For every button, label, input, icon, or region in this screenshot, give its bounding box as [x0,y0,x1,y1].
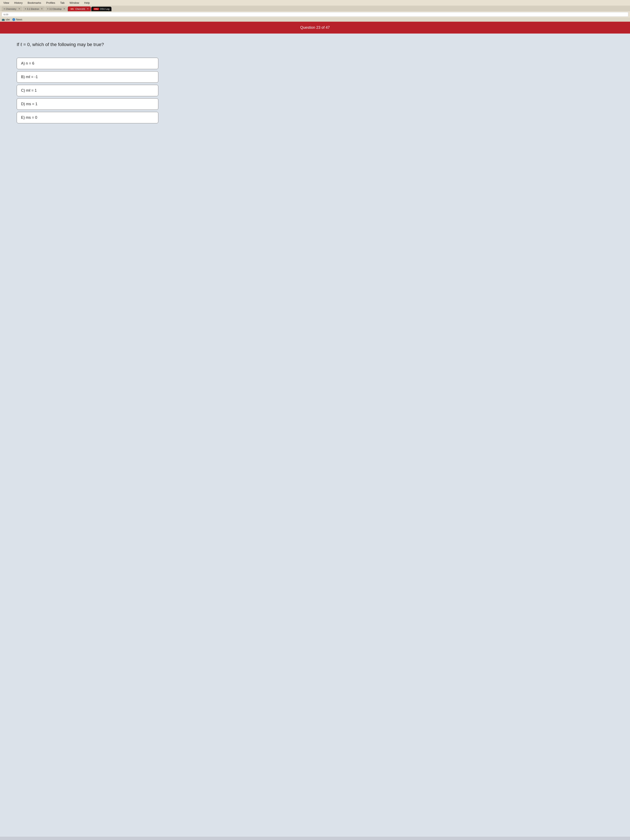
tab-close-icon[interactable]: ✕ [18,8,20,10]
menu-profiles[interactable]: Profiles [46,1,55,5]
tab-label: OSU Log [100,8,109,10]
address-bar[interactable]: u.co [2,12,628,17]
tab-close-icon[interactable]: ✕ [41,8,43,10]
answer-option-e[interactable]: E) ms = 0 [17,112,158,123]
address-bar-row: u.co [0,11,630,17]
tab-icon: ≡ [25,8,26,10]
tab-icon: ≡ [4,8,5,10]
tab-chem101[interactable]: 101 Chem101 ✕ [68,6,91,11]
tab-bar: ≡ Chemistry: ✕ ≡ 3.1 Electron ✕ ≡ 3.3 De… [0,6,630,11]
answer-option-d[interactable]: D) ms = 1 [17,98,158,110]
tab-label: Chemistry: [6,8,17,10]
menu-bookmarks[interactable]: Bookmarks [27,1,41,5]
bookmarks-bar: 📺 ube News [0,17,630,22]
menu-tab[interactable]: Tab [60,1,65,5]
bookmark-label: News [16,18,22,21]
tab-close-icon[interactable]: ✕ [63,8,65,10]
tab-icon: 101 [70,8,74,10]
menu-bar: View History Bookmarks Profiles Tab Wind… [0,0,630,6]
question-text: If ℓ = 0, which of the following may be … [17,42,617,47]
answer-option-b[interactable]: B) mℓ = -1 [17,71,158,83]
menu-history[interactable]: History [14,1,22,5]
bookmark-label: ube [6,18,10,21]
question-body: If ℓ = 0, which of the following may be … [0,33,630,132]
page-content: Question 23 of 47 If ℓ = 0, which of the… [0,22,630,837]
tab-chemistry[interactable]: ≡ Chemistry: ✕ [2,6,22,11]
tab-develop[interactable]: ≡ 3.3 Develop ✕ [45,6,67,11]
answer-label-e: E) ms = 0 [21,115,37,120]
tab-close-icon[interactable]: ✕ [87,8,89,10]
menu-window[interactable]: Window [69,1,79,5]
answer-option-c[interactable]: C) mℓ = 1 [17,85,158,96]
answer-option-a[interactable]: A) n = 6 [17,58,158,69]
bookmark-icon [12,18,15,21]
tab-osu-log[interactable]: OSU OSU Log [91,7,112,11]
tab-label: 3.1 Electron [27,8,39,10]
bookmark-news[interactable]: News [12,18,22,21]
tab-label: 3.3 Develop [49,8,62,10]
menu-view[interactable]: View [3,1,9,5]
answer-label-d: D) ms = 1 [21,102,38,106]
bookmark-youtube[interactable]: 📺 ube [2,18,10,21]
bookmark-icon: 📺 [2,18,5,21]
answer-label-c: C) mℓ = 1 [21,88,37,93]
answer-options: A) n = 6 B) mℓ = -1 C) mℓ = 1 D) ms = 1 … [17,58,158,123]
question-counter: Question 23 of 47 [300,25,330,30]
question-header: Question 23 of 47 [0,22,630,33]
answer-label-b: B) mℓ = -1 [21,75,38,79]
menu-help[interactable]: Help [84,1,90,5]
tab-icon: OSU [93,8,99,10]
tab-label: Chem101 [76,8,85,10]
tab-electron[interactable]: ≡ 3.1 Electron ✕ [23,6,45,11]
browser-chrome: View History Bookmarks Profiles Tab Wind… [0,0,630,22]
answer-label-a: A) n = 6 [21,61,35,66]
tab-icon: ≡ [47,8,49,10]
